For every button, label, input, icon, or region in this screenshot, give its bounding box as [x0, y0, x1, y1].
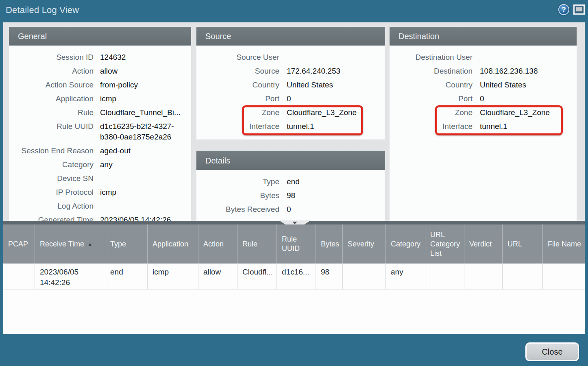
field-value: d1c16235-b2f2-4327-b380-0ae1875e2a26: [100, 121, 191, 142]
column-header-file-name[interactable]: File Name: [542, 224, 585, 264]
field-value: Cloudflare_L3_Zone: [287, 107, 385, 118]
field-row: Rule UUIDd1c16235-b2f2-4327-b380-0ae1875…: [9, 120, 191, 144]
column-header-application[interactable]: Application: [147, 224, 198, 264]
field-label: Action Source: [9, 80, 94, 90]
field-row: Bytes Received0: [196, 203, 385, 216]
field-value: Cloudflare_L3_Zone: [480, 107, 577, 118]
column-header-bytes[interactable]: Bytes: [316, 224, 342, 264]
field-row: Bytes98: [196, 189, 385, 203]
field-value: from-policy: [100, 80, 191, 90]
field-row: Applicationicmp: [9, 92, 191, 106]
field-row: CountryUnited States: [390, 78, 577, 92]
cell-severity: [342, 264, 385, 290]
field-row: Port0: [390, 92, 577, 106]
field-value: icmp: [100, 94, 191, 104]
field-value: tunnel.1: [287, 121, 385, 132]
field-label: Session End Reason: [9, 146, 94, 156]
cell-action: allow: [198, 264, 237, 290]
field-label: Interface: [390, 121, 473, 132]
column-header-label: File Name: [548, 240, 581, 249]
general-panel-header: General: [9, 27, 191, 46]
field-value: 0: [287, 94, 385, 104]
field-value: 0: [480, 94, 577, 104]
cell-url: [502, 264, 542, 290]
column-header-label: Action: [203, 240, 224, 249]
field-label: Type: [196, 176, 279, 187]
column-header-label: Type: [110, 240, 126, 249]
field-row: Destination108.162.236.138: [390, 64, 577, 78]
column-header-pcap[interactable]: PCAP: [3, 224, 35, 264]
column-header-label: Rule: [242, 240, 257, 249]
log-table-row[interactable]: 2023/06/05 14:42:26 end icmp allow Cloud…: [3, 264, 585, 290]
source-panel-body: Source User Source172.64.240.253 Country…: [196, 46, 385, 133]
column-header-action[interactable]: Action: [198, 224, 237, 264]
column-header-receive-time[interactable]: Receive Time▲: [35, 224, 105, 264]
column-header-verdict[interactable]: Verdict: [464, 224, 502, 264]
field-row: ZoneCloudflare_L3_Zone: [196, 106, 385, 120]
details-panel: Details Typeend Bytes98 Bytes Received0: [196, 151, 385, 221]
field-label: Session ID: [9, 52, 94, 63]
field-row: CountryUnited States: [196, 78, 385, 92]
field-value: United States: [287, 80, 385, 90]
field-value: [100, 173, 191, 184]
field-row: Typeend: [196, 175, 385, 189]
field-row: ZoneCloudflare_L3_Zone: [390, 106, 577, 120]
column-header-category[interactable]: Category: [385, 224, 425, 264]
column-header-label: Bytes: [321, 240, 339, 249]
field-value: aged-out: [100, 146, 191, 156]
field-label: Port: [196, 94, 279, 104]
field-label: Generated Time: [9, 215, 94, 221]
field-label: Zone: [196, 107, 279, 118]
field-value: [480, 52, 577, 63]
column-header-label: Verdict: [469, 240, 492, 249]
field-label: Rule UUID: [9, 121, 94, 142]
field-row: Actionallow: [9, 64, 191, 78]
log-table-header: PCAP Receive Time▲ Type Application Acti…: [3, 224, 585, 264]
field-value: 0: [287, 204, 385, 215]
cell-rule-uuid: d1c16...: [277, 264, 316, 290]
cell-url-category-list: [425, 264, 464, 290]
field-value: 108.162.236.138: [480, 66, 577, 76]
field-row: Session ID124632: [9, 50, 191, 64]
field-label: Country: [390, 80, 473, 90]
column-header-url[interactable]: URL: [502, 224, 542, 264]
column-header-url-category-list[interactable]: URL Category List: [425, 224, 464, 264]
column-header-label: URL: [507, 240, 522, 249]
field-value: 2023/06/05 14:42:26: [100, 215, 191, 221]
column-header-label: PCAP: [8, 240, 28, 249]
column-header-severity[interactable]: Severity: [342, 224, 385, 264]
field-label: Category: [9, 159, 94, 170]
column-header-rule-uuid[interactable]: Rule UUID: [277, 224, 316, 264]
column-header-type[interactable]: Type: [105, 224, 147, 264]
column-header-label: Rule UUID: [282, 235, 312, 253]
field-label: Port: [390, 94, 473, 104]
field-row: IP Protocolicmp: [9, 185, 191, 199]
dialog-title: Detailed Log View: [6, 5, 79, 15]
cell-application: icmp: [147, 264, 198, 290]
details-panel-header: Details: [196, 151, 385, 170]
field-row: Source172.64.240.253: [196, 64, 385, 78]
help-icon[interactable]: ?: [558, 4, 569, 15]
cell-file-name: [542, 264, 585, 290]
field-label: Action: [9, 66, 94, 76]
field-label: Device SN: [9, 173, 94, 184]
field-value: Cloudflare_Tunnel_Bi...: [100, 107, 191, 118]
close-button[interactable]: Close: [525, 342, 579, 361]
cell-type: end: [105, 264, 147, 290]
field-value: end: [287, 176, 385, 187]
window-restore-icon[interactable]: [573, 4, 585, 15]
cell-category: any: [385, 264, 425, 290]
column-header-rule[interactable]: Rule: [237, 224, 277, 264]
cell-receive-time: 2023/06/05 14:42:26: [35, 264, 105, 290]
field-label: Application: [9, 94, 94, 104]
cell-verdict: [464, 264, 502, 290]
cell-pcap: [3, 264, 35, 290]
general-panel-body: Session ID124632 Actionallow Action Sour…: [9, 46, 191, 221]
field-label: Source User: [196, 52, 279, 63]
sort-ascending-icon: ▲: [87, 240, 93, 249]
field-label: Zone: [390, 107, 473, 118]
field-row: Session End Reasonaged-out: [9, 144, 191, 158]
field-value: 124632: [100, 52, 191, 63]
field-value: 98: [287, 190, 385, 201]
field-label: Log Action: [9, 201, 94, 211]
